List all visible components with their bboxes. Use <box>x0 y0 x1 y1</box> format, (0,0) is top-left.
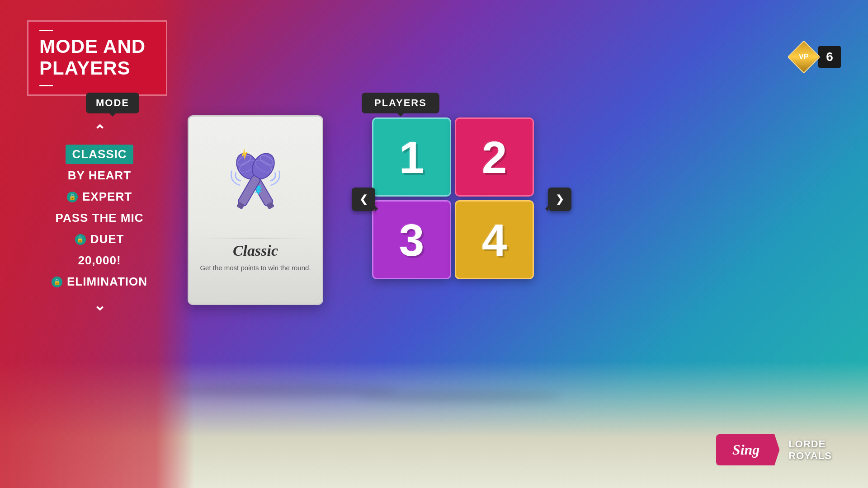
player-cell-4[interactable]: 4 <box>455 200 534 279</box>
sing-area: Sing LORDE ROYALS <box>716 434 832 465</box>
vp-label: VP <box>799 53 808 61</box>
player-cell-3[interactable]: 3 <box>372 200 451 279</box>
players-nav-left-button[interactable]: ❮ <box>352 188 375 211</box>
players-shadow <box>357 391 561 402</box>
song-title: ROYALS <box>788 450 832 462</box>
player-number-4: 4 <box>482 217 507 263</box>
card-divider <box>198 238 313 239</box>
vp-badge: VP 6 <box>792 45 841 69</box>
player-cell-2[interactable]: 2 <box>455 117 534 197</box>
card-mode-title: Classic <box>233 242 278 259</box>
vp-diamond: VP <box>787 40 821 74</box>
player-number-1: 1 <box>399 135 425 180</box>
lock-icon-expert: 🔒 <box>67 192 78 202</box>
microphone-icon: ★ ⚡ ★ <box>210 132 301 227</box>
players-nav-right-button[interactable]: ❯ <box>548 188 571 211</box>
mode-item-pass-the-mic[interactable]: PASS THE MIC <box>49 208 150 228</box>
player-number-3: 3 <box>399 217 425 263</box>
lock-icon-elimination: 🔒 <box>52 277 62 287</box>
title-line-bottom <box>39 85 53 86</box>
mode-item-by-heart[interactable]: BY HEART <box>61 166 137 185</box>
mode-scroll-up[interactable]: ⌃ <box>94 122 106 139</box>
mode-item-expert[interactable]: 🔒 EXPERT <box>61 187 138 206</box>
card-description: Get the most points to win the round. <box>200 263 311 272</box>
lock-icon-duet: 🔒 <box>75 234 86 245</box>
player-cell-1[interactable]: 1 <box>372 117 451 197</box>
classic-card: ★ ⚡ ★ Classic Get the most points to win… <box>188 115 323 305</box>
player-grid: 1 2 3 4 <box>372 117 534 279</box>
mode-scroll-down[interactable]: ⌄ <box>94 297 106 314</box>
mode-item-duet[interactable]: 🔒 DUET <box>69 230 131 249</box>
mode-label: MODE <box>86 93 139 113</box>
players-label: PLAYERS <box>362 93 439 113</box>
song-info: LORDE ROYALS <box>788 438 832 462</box>
left-arrow-icon: ❮ <box>359 193 368 205</box>
song-artist: LORDE <box>788 438 826 450</box>
mode-list: ⌃ CLASSIC BY HEART 🔒 EXPERT PASS THE MIC… <box>45 122 154 314</box>
sing-button[interactable]: Sing <box>716 434 779 465</box>
vp-count: 6 <box>818 46 841 68</box>
right-arrow-icon: ❯ <box>556 193 564 205</box>
card-image-area: ★ ⚡ ★ <box>206 126 305 234</box>
mode-item-classic[interactable]: CLASSIC <box>66 145 133 164</box>
mode-item-elimination[interactable]: 🔒 ELIMINATION <box>45 272 154 291</box>
title-box: MODE AND PLAYERS <box>27 20 167 96</box>
title-line-top <box>39 30 53 31</box>
player-number-2: 2 <box>482 135 507 180</box>
page-title: MODE AND PLAYERS <box>39 36 155 80</box>
mode-item-20000[interactable]: 20,000! <box>71 251 127 270</box>
